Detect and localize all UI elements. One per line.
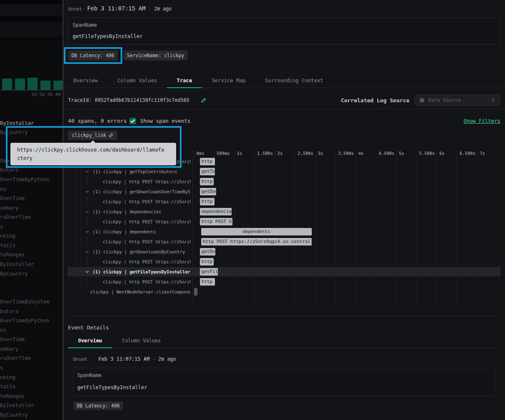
chevron-down-icon[interactable] [85,190,89,194]
chevron-up-down-icon [490,98,496,103]
search-result-row[interactable]: rsOverTime [0,354,63,363]
waterfall-row[interactable]: clickpy | http POST https://z5nrz9qgc4.u… [63,197,505,207]
search-result-row[interactable] [0,288,63,298]
span-duration-bar[interactable]: http POST https://z5nrz9qgc4.us-central1… [200,278,215,286]
data-source-select[interactable]: Data Source [414,94,500,106]
span-label: (1) clickpy | getTopContributors [93,167,191,177]
search-result-row[interactable]: ummary [0,203,63,213]
event-header-bottom: Unset·Feb 3 11:07:15 AM·2m ago [73,356,176,362]
tree-indent-guide [81,197,81,207]
span-duration-bar[interactable]: dependents [201,228,312,235]
chip-service-name[interactable]: ServiceName: clickpy [124,51,187,61]
search-result-row[interactable]: tails [0,382,63,392]
waterfall-row[interactable]: clickpy | http POST https://z5nrz9qgc4.u… [63,237,505,247]
tree-indent-guide [75,187,75,197]
search-result-row[interactable]: tails [0,241,63,250]
span-duration-bar[interactable]: http POST https://z5nrz9qgc4.us-central1… [200,158,215,165]
event-timestamp: Feb 3 11:07:15 AM [87,5,146,12]
span-label: (1) clickpy | dependencies [93,207,191,217]
span-duration-bar[interactable]: getFileTypesByInstaller [200,268,218,276]
search-result-row[interactable]: nking [0,373,63,382]
search-result-row[interactable]: nking [0,231,63,241]
search-result-row[interactable]: OverTimeByPython [0,175,63,185]
search-result-row[interactable]: butors [0,307,63,316]
tree-indent-guide [81,177,81,187]
panel-resize-handle[interactable] [63,0,63,420]
show-filters-link[interactable]: Show Filters [463,118,500,124]
chevron-down-icon[interactable] [85,230,89,234]
span-duration-bar[interactable]: http POST https://z5nrz9qgc4.us-central1… [200,178,214,185]
separator-dot: · [91,357,94,362]
waterfall-row[interactable]: (1) clickpy | getTopContributorsgetTopCo… [63,167,505,177]
span-duration-bar[interactable]: http POST https://z5nrz9qgc4.us-central1… [201,238,312,245]
timeline-tick-label: 3.500s [338,151,354,156]
span-duration-bar[interactable] [194,288,197,296]
tree-indent-guide [75,267,75,277]
span-duration-bar[interactable]: http POST https://z5nrz9qgc4.us-central1… [200,258,214,266]
waterfall-row[interactable]: clickpy | http POST https://z5nrz9qgc4.u… [63,277,505,287]
search-result-row[interactable]: ummary [0,344,63,354]
span-label: clickpy | http POST https://z5nrz9qgc4.u… [103,277,191,287]
waterfall-row[interactable]: clickpy | NextNodeServer.clientComponent… [63,287,505,297]
show-span-events-label[interactable]: Show span events [140,118,190,124]
waterfall-row[interactable]: (1) clickpy | dependenciesdependencies [63,207,505,217]
search-result-row[interactable]: rsOverTime [0,213,63,222]
waterfall-row[interactable]: clickpy | http POST https://z5nrz9qgc4.u… [63,257,505,267]
search-result-row[interactable]: OverTime [0,194,63,203]
span-duration-bar[interactable]: getDownloadsByCountry [200,248,216,256]
span-duration-bar[interactable]: getDownloadsOverTimeBySystem [200,188,217,195]
search-result-row[interactable]: teRanges [0,392,63,401]
tab-overview[interactable]: Overview [63,74,108,88]
chip-db-latency-bottom[interactable]: DB Latency: 406 [73,402,123,410]
tab-column-values[interactable]: Column Values [108,74,167,88]
bg-band [0,0,63,4]
span-name-card: SpanName getFileTypesByInstaller [68,18,500,45]
search-result-row[interactable]: OverTimeByPython [0,316,63,326]
event-details-title: Event Details [68,324,109,331]
data-source-placeholder: Data Source [428,97,490,103]
event-timestamp: Feb 3 11:07:15 AM [98,356,150,362]
search-result-row[interactable]: s [0,222,63,232]
tab-overview[interactable]: Overview [68,335,112,348]
search-result-row[interactable]: ByCountry [0,410,63,420]
waterfall-row[interactable]: (1) clickpy | dependentsdependents [63,227,505,237]
span-duration-bar[interactable]: getTopContributors [200,168,215,175]
waterfall-row[interactable]: (1) clickpy | getDownloadsByCountrygetDo… [63,247,505,257]
edit-pencil-icon[interactable] [201,97,207,103]
search-result-row[interactable]: ByInstaller [0,260,63,269]
trace-id: TraceId: 0952fad0b67b114138fc110f3c7ed56… [68,97,189,104]
waterfall-row[interactable]: clickpy | http POST https://z5nrz9qgc4.u… [63,177,505,187]
span-label: clickpy | http POST https://z5nrz9qgc4.u… [103,217,191,227]
search-result-row[interactable]: ByInstaller [0,401,63,410]
span-name-value: getFileTypesByInstaller [77,385,147,390]
waterfall-row[interactable]: (1) clickpy | getFileTypesByInstallerget… [63,267,505,277]
span-duration-bar[interactable]: http POST https://z5nrz9qgc4.us-central1… [200,218,232,225]
search-result-row[interactable]: OverTimeBySystem [0,297,63,307]
search-result-row[interactable]: ns [0,185,63,194]
tab-column-values[interactable]: Column Values [112,335,171,348]
search-result-row[interactable]: s [0,363,63,373]
span-duration-bar[interactable]: http POST https://z5nrz9qgc4.us-central1… [200,198,215,205]
span-duration-bar[interactable]: dependencies [200,208,232,215]
tab-service-map[interactable]: Service Map [202,74,255,88]
search-result-row[interactable]: OverTime [0,335,63,344]
chevron-down-icon[interactable] [85,210,89,214]
chevron-down-icon[interactable] [85,270,89,274]
tree-indent-guide [81,257,81,267]
tab-trace[interactable]: Trace [167,74,202,88]
chevron-down-icon[interactable] [85,250,89,254]
waterfall-row[interactable]: clickpy | http POST https://z5nrz9qgc4.u… [63,217,505,227]
search-result-row[interactable]: teRanges [0,250,63,260]
span-name-label: SpanName [73,22,97,28]
separator-dot: · [83,6,86,13]
tree-indent-guide [81,227,81,237]
search-result-row[interactable] [0,278,63,288]
chevron-down-icon[interactable] [85,170,89,174]
tab-surrounding-context[interactable]: Surrounding Context [255,74,333,88]
show-span-events-checkbox[interactable] [129,118,136,124]
relative-time: 2m ago [158,356,176,362]
event-side-panel: Unset·Feb 3 11:07:15 AM·2m ago SpanName … [63,0,505,420]
waterfall-row[interactable]: (1) clickpy | getDownloadsOverTimeBySyst… [63,187,505,197]
search-result-row[interactable]: ns [0,326,63,335]
search-result-row[interactable]: ByCountry [0,269,63,279]
